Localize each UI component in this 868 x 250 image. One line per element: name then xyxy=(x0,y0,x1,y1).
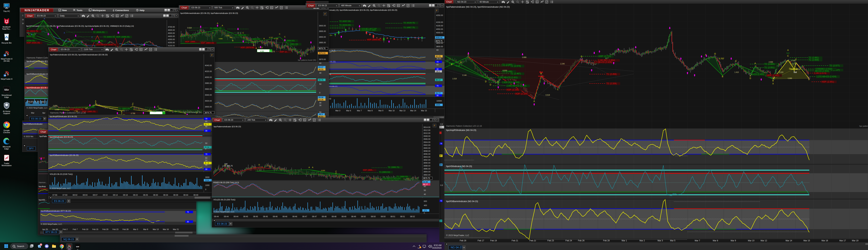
svg-text:A: A xyxy=(222,25,223,27)
svg-text:T2: (2.600): T2: (2.600) xyxy=(764,63,775,65)
svg-text:C: C xyxy=(270,165,271,167)
svg-text:0.382: 0.382 xyxy=(226,35,230,37)
svg-text:5-0: 5-0 xyxy=(786,52,789,54)
svg-text:Mar 1: Mar 1 xyxy=(622,240,627,242)
svg-text:F: F xyxy=(434,124,435,127)
svg-text:HOP: (2.710): HOP: (2.710) xyxy=(598,55,611,58)
svg-text:0.886: 0.886 xyxy=(219,38,223,39)
svg-text:1000K: 1000K xyxy=(436,100,442,102)
svg-text:hpcHSI...: hpcHSI... xyxy=(39,199,46,201)
svg-text:HOP: (2.442): HOP: (2.442) xyxy=(767,74,779,76)
svg-text:1.270: 1.270 xyxy=(168,110,172,112)
svg-text:X: X xyxy=(772,83,774,85)
svg-text:o Crab: o Crab xyxy=(39,157,45,159)
svg-text:08:50: 08:50 xyxy=(371,215,376,218)
svg-text:Feb 21: Feb 21 xyxy=(512,240,518,242)
svg-text:Deep C: Deep C xyxy=(47,43,54,45)
svg-text:53.36: 53.36 xyxy=(318,99,323,101)
svg-text:T1: (3881.00): T1: (3881.00) xyxy=(287,43,298,45)
svg-text:3.140: 3.140 xyxy=(462,74,466,76)
svg-text:B: B xyxy=(256,48,257,49)
svg-text:C: C xyxy=(787,55,789,57)
svg-text:T2: (4134.75): T2: (4134.75) xyxy=(403,22,415,24)
svg-text:08:46: 08:46 xyxy=(282,215,287,218)
svg-text:08:02: 08:02 xyxy=(72,194,78,196)
svg-text:4300.00: 4300.00 xyxy=(168,38,175,40)
svg-text:Mar 3: Mar 3 xyxy=(658,240,663,242)
svg-text:40: 40 xyxy=(319,72,321,74)
svg-text:T2: (2.326): T2: (2.326) xyxy=(607,82,617,85)
svg-text:08:30: 08:30 xyxy=(153,194,158,196)
svg-text:3890.00: 3890.00 xyxy=(424,162,430,164)
svg-text:T1: (3893.00): T1: (3893.00) xyxy=(119,107,130,110)
svg-text:O: O xyxy=(714,53,716,55)
svg-text:© 2023 NinjaTrader, LLC: © 2023 NinjaTrader, LLC xyxy=(446,234,469,237)
svg-text:D: D xyxy=(330,34,331,36)
svg-text:A: A xyxy=(264,37,265,39)
svg-text:1.618 (XA) (2.344): 1.618 (XA) (2.344) xyxy=(502,81,519,84)
svg-text:40: 40 xyxy=(205,164,207,166)
svg-text:hpc patterns found: [22]: hpc patterns found: [22] xyxy=(184,112,202,113)
svg-text:HOP: (3884.00): HOP: (3884.00) xyxy=(201,42,214,44)
svg-text:F: F xyxy=(436,9,437,12)
svg-text:hpcPatte: hpcPatte xyxy=(39,135,47,137)
svg-text:3902.00: 3902.00 xyxy=(424,144,430,146)
svg-text:0.707: 0.707 xyxy=(719,58,724,60)
svg-text:400: 400 xyxy=(424,204,427,207)
svg-text:500: 500 xyxy=(230,37,232,38)
svg-text:08:48: 08:48 xyxy=(332,215,336,218)
svg-text:3940.00: 3940.00 xyxy=(205,94,212,96)
svg-text:3900.00: 3900.00 xyxy=(319,25,326,27)
svg-text:40: 40 xyxy=(205,126,207,128)
svg-text:© 2023 Nin: © 2023 Nin xyxy=(24,135,33,137)
svg-text:08:10: 08:10 xyxy=(103,194,107,196)
svg-text:C: C xyxy=(557,88,559,91)
svg-text:30: 30 xyxy=(436,94,438,96)
svg-text:3890.00: 3890.00 xyxy=(319,36,326,38)
svg-text:◀: ◀ xyxy=(24,145,25,146)
svg-text:Feb 15: Feb 15 xyxy=(92,228,98,230)
svg-text:3910.00: 3910.00 xyxy=(424,132,430,134)
svg-text:T2: (4604.75): T2: (4604.75) xyxy=(27,30,38,32)
svg-text:3885.00: 3885.00 xyxy=(319,41,326,43)
svg-text:Feb 19: Feb 19 xyxy=(490,240,497,242)
svg-text:30: 30 xyxy=(436,68,438,70)
svg-text:3908.00: 3908.00 xyxy=(424,135,430,137)
svg-text:Feb 16: Feb 16 xyxy=(460,240,466,242)
svg-text:F: F xyxy=(324,13,326,15)
svg-text:Mar 9: Mar 9 xyxy=(378,110,383,112)
svg-text:B: B xyxy=(224,164,225,166)
svg-text:70: 70 xyxy=(436,61,438,63)
svg-text:Crab: Crab xyxy=(449,62,454,65)
svg-text:© 2023 NinjaTrader, LLC: © 2023 NinjaTrader, LLC xyxy=(213,211,235,213)
svg-text:3800.00: 3800.00 xyxy=(436,45,443,48)
svg-text:08:51: 08:51 xyxy=(391,215,395,218)
svg-text:08:49: 08:49 xyxy=(351,215,356,218)
svg-text:3898.00: 3898.00 xyxy=(424,150,430,152)
svg-text:3894.00: 3894.00 xyxy=(424,156,430,158)
svg-text:hpcHSIIndicator (ES 06-2: hpcHSIIndicator (ES 06-2 xyxy=(27,87,48,89)
svg-text:3906.00: 3906.00 xyxy=(424,138,430,140)
svg-text:HOP: (3886...: HOP: (3886... xyxy=(185,41,197,43)
svg-text:hpcAmpRSIIndicator (ES 06-23): hpcAmpRSIIndicator (ES 06-23) xyxy=(50,116,77,118)
svg-text:3888.00: 3888.00 xyxy=(424,165,430,167)
svg-text:HOP: (3885...: HOP: (3885... xyxy=(363,169,374,171)
svg-text:A: A xyxy=(118,32,120,34)
svg-text:08:44: 08:44 xyxy=(183,194,188,196)
svg-text:60: 60 xyxy=(436,49,438,51)
svg-text:Mar 3: Mar 3 xyxy=(335,110,340,112)
svg-text:0.618: 0.618 xyxy=(546,94,550,96)
svg-text:4050.00: 4050.00 xyxy=(436,28,443,30)
svg-text:hpcRSIBammIndicator: hpcRSIBammIndicator xyxy=(24,123,42,125)
svg-text:08:07: 08:07 xyxy=(93,194,98,196)
svg-text:3879.75: 3879.75 xyxy=(205,112,212,114)
svg-text:Mar 8: Mar 8 xyxy=(143,228,148,230)
svg-text:hpcAmpRSIIndicator (NG 04-23): hpcAmpRSIIndicator (NG 04-23) xyxy=(446,129,476,131)
svg-text:60: 60 xyxy=(319,62,321,64)
svg-text:B: B xyxy=(772,80,774,82)
svg-text:07:59: 07:59 xyxy=(62,194,67,196)
svg-text:T1: (2.551): T1: (2.551) xyxy=(764,66,775,69)
svg-text:Bat: Bat xyxy=(794,71,797,73)
svg-text:Mar 12: Mar 12 xyxy=(761,240,767,242)
svg-text:3875.50: 3875.50 xyxy=(318,52,326,54)
